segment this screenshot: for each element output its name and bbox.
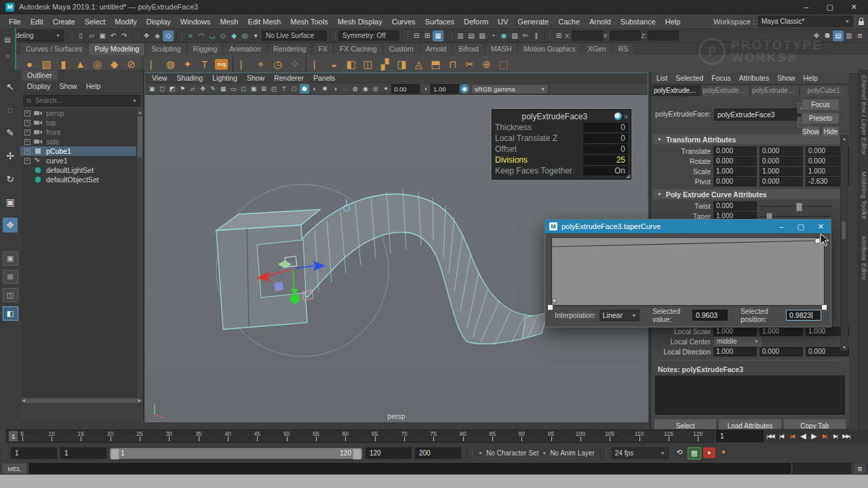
absolute-transform-icon[interactable]: ⊞: [553, 30, 564, 41]
color-management-icon[interactable]: ◉: [460, 84, 469, 94]
time-slider-grip[interactable]: [0, 429, 5, 443]
viewport-toolbar-icon[interactable]: ⬢: [300, 84, 309, 94]
status-icon[interactable]: ↶: [108, 30, 119, 41]
viewport-toolbar-icon[interactable]: ▱: [188, 84, 197, 94]
symmetry-field[interactable]: Symmetry: Off: [338, 30, 399, 41]
playback-button[interactable]: |◀: [787, 431, 797, 442]
hud-attribute-value[interactable]: On: [583, 166, 628, 176]
viewport-toolbar-icon[interactable]: ◻: [157, 84, 167, 94]
z-input[interactable]: [648, 30, 679, 41]
gamma-field[interactable]: 1.00: [431, 84, 459, 94]
viewport-toolbar-icon[interactable]: ✺: [320, 84, 330, 94]
expand-icon[interactable]: +: [24, 148, 31, 155]
outliner-menu-item[interactable]: Display: [27, 82, 50, 90]
outliner-menu-item[interactable]: Help: [86, 82, 101, 90]
toolbox-tool-icon[interactable]: ✎: [3, 125, 18, 140]
close-window-button[interactable]: ✕: [818, 222, 824, 231]
shelf-tool-icon[interactable]: ⌖: [253, 56, 269, 72]
shelf-tool-icon[interactable]: ⬒: [428, 56, 443, 72]
outliner-search-input[interactable]: [34, 96, 130, 105]
viewport-toolbar-icon[interactable]: ✎: [208, 84, 218, 94]
local-direction-y[interactable]: 0.000: [760, 347, 803, 357]
outliner-item[interactable]: + side: [20, 137, 143, 146]
toolbox-tool-icon[interactable]: ✢: [3, 148, 18, 163]
outliner-item[interactable]: + top: [20, 118, 143, 127]
viewport-toolbar-icon[interactable]: ◍: [351, 84, 360, 94]
toolbox-tool-icon[interactable]: ❖: [3, 218, 18, 232]
anim-layer-dropdown[interactable]: ▼No Anim Layer: [542, 449, 595, 457]
attribute-editor-menu-item[interactable]: Focus: [711, 74, 731, 82]
timeline-tick[interactable]: 20: [96, 430, 125, 442]
viewport-menu-item[interactable]: View: [148, 74, 172, 82]
node-name-field[interactable]: polyExtrudeFace3: [714, 108, 801, 121]
viewport-menu-item[interactable]: Panels: [309, 74, 339, 82]
outliner-menu-item[interactable]: Show: [59, 82, 77, 90]
gamma-icon[interactable]: ◑: [420, 84, 430, 94]
character-set-dropdown[interactable]: ▼No Character Set: [478, 449, 538, 457]
shelf-tab[interactable]: Rendering: [268, 43, 311, 55]
status-icon[interactable]: ▯: [75, 30, 86, 41]
selected-curve-key[interactable]: [815, 239, 820, 243]
viewport-toolbar-icon[interactable]: ▭: [229, 84, 238, 94]
playback-option-icon[interactable]: ⟲: [673, 447, 686, 458]
current-frame-marker[interactable]: 1: [9, 431, 18, 441]
exposure-icon[interactable]: ✦: [381, 84, 391, 94]
viewport-toolbar-icon[interactable]: T: [279, 84, 289, 94]
status-icon[interactable]: ▣: [97, 30, 108, 41]
timeline-tick[interactable]: 25: [125, 430, 154, 442]
menu-item[interactable]: Cache: [553, 16, 585, 28]
exposure-field[interactable]: 0.00: [391, 84, 420, 94]
sidebar-vertical-tab[interactable]: Attribute Editor: [861, 236, 867, 281]
attribute-value-y[interactable]: 0.000: [760, 177, 803, 186]
shelf-tool-icon[interactable]: ◒: [326, 56, 342, 72]
shelf-tool-icon[interactable]: ⊕: [479, 56, 494, 72]
outliner-horizontal-scrollbar[interactable]: ◀▶: [20, 396, 143, 404]
lock-workspace-icon[interactable]: [859, 21, 864, 25]
range-slider-grip[interactable]: [2, 447, 7, 460]
menu-item[interactable]: Display: [142, 16, 176, 28]
live-surface-field[interactable]: No Live Surface: [262, 30, 327, 41]
timeline-tick[interactable]: 80: [448, 430, 477, 442]
menu-item[interactable]: Edit: [26, 16, 48, 28]
hud-row[interactable]: Thickness 0: [495, 122, 628, 133]
viewport-toolbar-icon[interactable]: ✥: [198, 84, 208, 94]
attribute-slider[interactable]: [760, 202, 831, 210]
timeline-tick[interactable]: 115: [654, 430, 683, 442]
sidebar-vertical-tab[interactable]: Channel Box / Layer Editor: [861, 75, 867, 155]
attribute-value-x[interactable]: 0.000: [713, 146, 757, 156]
attribute-value-x[interactable]: 0.000: [713, 157, 757, 166]
menu-item[interactable]: Windows: [176, 16, 216, 28]
viewport-toolbar-icon[interactable]: ▦: [218, 84, 228, 94]
timeline-tick[interactable]: 70: [389, 430, 418, 442]
expand-icon[interactable]: +: [24, 129, 31, 136]
hud-attribute-value[interactable]: 0: [583, 144, 628, 154]
shelf-tool-icon[interactable]: ▞: [377, 56, 393, 72]
outliner-item[interactable]: + defaultObjectSet: [20, 175, 143, 184]
attribute-value[interactable]: 0.000: [713, 201, 757, 211]
sidebar-vertical-tab[interactable]: Modeling Toolkit: [861, 171, 867, 220]
toolbox-tool-icon[interactable]: ↻: [3, 171, 18, 186]
selected-position-field[interactable]: 0.9823: [786, 310, 821, 321]
menu-item[interactable]: Mesh Display: [333, 16, 387, 28]
attribute-value-x[interactable]: 1.000: [713, 167, 757, 176]
close-window-button[interactable]: ✕: [851, 3, 857, 12]
timeline-tick[interactable]: 105: [595, 430, 625, 442]
render-icon[interactable]: ◉: [498, 30, 509, 41]
playback-button[interactable]: ◀: [797, 431, 808, 442]
render-icon[interactable]: ◔: [488, 30, 498, 41]
viewport-toolbar-icon[interactable]: ◎: [371, 84, 380, 94]
hud-row[interactable]: Divisions 25: [495, 155, 628, 165]
attribute-value-x[interactable]: 0.000: [713, 177, 757, 186]
workspace-dropdown[interactable]: Maya Classic* ▼: [758, 16, 853, 27]
local-center-dropdown[interactable]: middle▼: [713, 336, 762, 347]
menu-item[interactable]: Substance: [616, 16, 660, 28]
outliner-vertical-scrollbar[interactable]: ▲▼: [136, 108, 143, 404]
attribute-editor-node-tab[interactable]: polyCube1: [800, 85, 848, 96]
timeline-tick[interactable]: 100: [566, 430, 595, 442]
animation-start-field[interactable]: 1: [11, 447, 57, 459]
expand-icon[interactable]: +: [24, 158, 31, 164]
shelf-tab[interactable]: Sculpting: [146, 43, 186, 55]
sidebar-toggle-icon[interactable]: ≣: [854, 30, 865, 41]
range-end-handle[interactable]: [353, 449, 361, 460]
layout-shortcut-button[interactable]: ▣: [3, 251, 18, 266]
